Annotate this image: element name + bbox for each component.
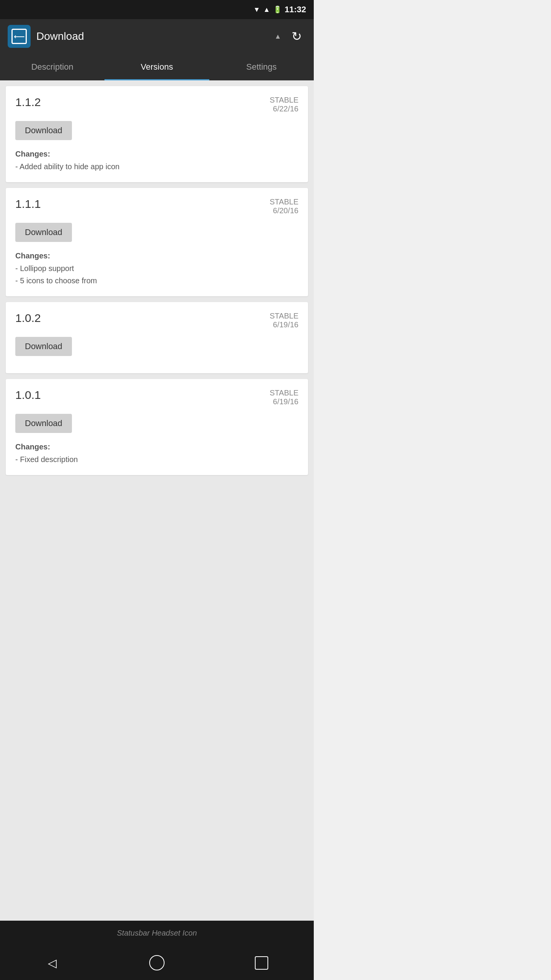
bottom-bar: Statusbar Headset Icon [0,921,314,946]
app-logo-inner: ⟵ [11,29,27,44]
tab-versions[interactable]: Versions [104,54,209,80]
tab-settings-label: Settings [246,62,277,72]
version-card-111: 1.1.1 STABLE 6/20/16 Download Changes: -… [6,188,308,296]
version-number-101: 1.0.1 [15,389,41,402]
change-item-101-0: - Fixed description [15,455,78,464]
status-icons: ▼ ▲ 🔋 11:32 [253,5,306,15]
bottom-bar-text: Statusbar Headset Icon [117,929,197,938]
download-button-112[interactable]: Download [15,121,72,140]
home-icon [149,955,165,970]
change-item-111-1: - 5 icons to choose from [15,276,97,285]
download-button-102[interactable]: Download [15,337,72,356]
recents-icon [255,956,268,970]
tab-settings[interactable]: Settings [209,54,314,80]
top-bar: ⟵ Download ▲ ↻ [0,19,314,54]
version-stable-111: STABLE [270,198,298,206]
download-button-111[interactable]: Download [15,223,72,242]
version-meta-102: STABLE 6/19/16 [270,312,298,329]
refresh-icon: ↻ [292,29,302,44]
version-date-102: 6/19/16 [270,320,298,329]
download-button-101[interactable]: Download [15,414,72,433]
version-stable-101: STABLE [270,389,298,397]
version-number-102: 1.0.2 [15,312,41,325]
app-logo-arrow-icon: ⟵ [14,32,25,41]
battery-icon: 🔋 [273,5,282,14]
nav-bar: ◁ [0,946,314,980]
changes-label-112: Changes: [15,150,298,158]
changes-section-112: Changes: - Added ability to hide app ico… [15,150,298,173]
version-meta-101: STABLE 6/19/16 [270,389,298,406]
tab-versions-label: Versions [141,62,173,72]
status-time: 11:32 [285,5,306,15]
version-date-112: 6/22/16 [270,105,298,113]
change-items-111: - Lollipop support - 5 icons to choose f… [15,262,298,287]
tab-description[interactable]: Description [0,54,104,80]
version-number-112: 1.1.2 [15,96,41,109]
version-card-101: 1.0.1 STABLE 6/19/16 Download Changes: -… [6,379,308,475]
change-item-112-0: - Added ability to hide app icon [15,162,119,171]
version-stable-112: STABLE [270,96,298,105]
app-logo: ⟵ [8,25,31,48]
version-card-102: 1.0.2 STABLE 6/19/16 Download [6,302,308,373]
version-date-101: 6/19/16 [270,397,298,406]
version-card-112: 1.1.2 STABLE 6/22/16 Download Changes: -… [6,86,308,182]
version-number-111: 1.1.1 [15,198,41,211]
version-stable-102: STABLE [270,312,298,320]
home-button[interactable] [145,951,168,974]
change-item-111-0: - Lollipop support [15,264,74,273]
page-title: Download [36,30,267,42]
version-date-111: 6/20/16 [270,206,298,215]
version-meta-112: STABLE 6/22/16 [270,96,298,113]
changes-label-111: Changes: [15,252,298,260]
version-header-101: 1.0.1 STABLE 6/19/16 [15,389,298,406]
changes-section-101: Changes: - Fixed description [15,443,298,466]
wifi-icon: ▼ [253,6,260,14]
refresh-button[interactable]: ↻ [287,27,306,46]
changes-label-101: Changes: [15,443,298,451]
tab-description-label: Description [31,62,73,72]
back-button[interactable]: ◁ [41,951,64,974]
recents-button[interactable] [250,951,273,974]
status-bar: ▼ ▲ 🔋 11:32 [0,0,314,19]
signal-icon: ▲ [263,6,270,14]
version-header-102: 1.0.2 STABLE 6/19/16 [15,312,298,329]
tab-navigation: Description Versions Settings [0,54,314,80]
version-header-111: 1.1.1 STABLE 6/20/16 [15,198,298,215]
version-header-112: 1.1.2 STABLE 6/22/16 [15,96,298,113]
changes-section-111: Changes: - Lollipop support - 5 icons to… [15,252,298,287]
version-meta-111: STABLE 6/20/16 [270,198,298,215]
main-content: 1.1.2 STABLE 6/22/16 Download Changes: -… [0,80,314,921]
back-icon: ◁ [48,956,57,970]
dropdown-arrow-icon: ▲ [274,33,281,41]
